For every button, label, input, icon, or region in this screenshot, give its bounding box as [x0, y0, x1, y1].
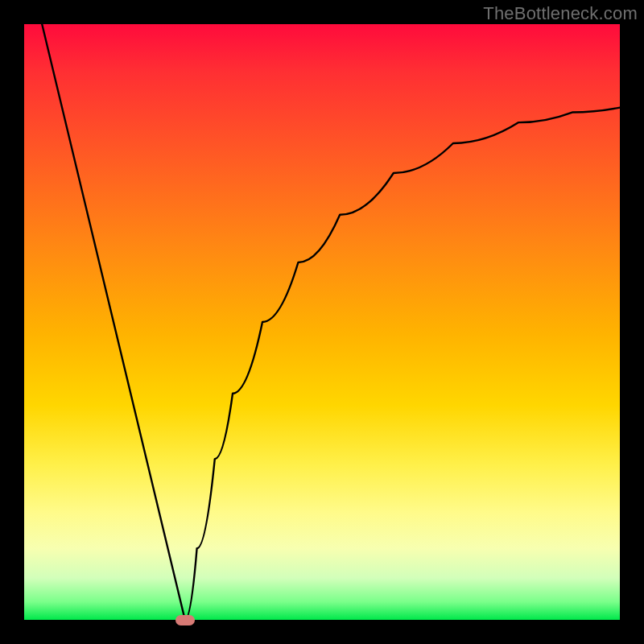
plot-area: [24, 24, 620, 620]
chart-frame: TheBottleneck.com: [0, 0, 644, 644]
minimum-marker: [175, 615, 195, 625]
bottleneck-curve: [24, 24, 620, 620]
watermark-text: TheBottleneck.com: [483, 3, 638, 24]
